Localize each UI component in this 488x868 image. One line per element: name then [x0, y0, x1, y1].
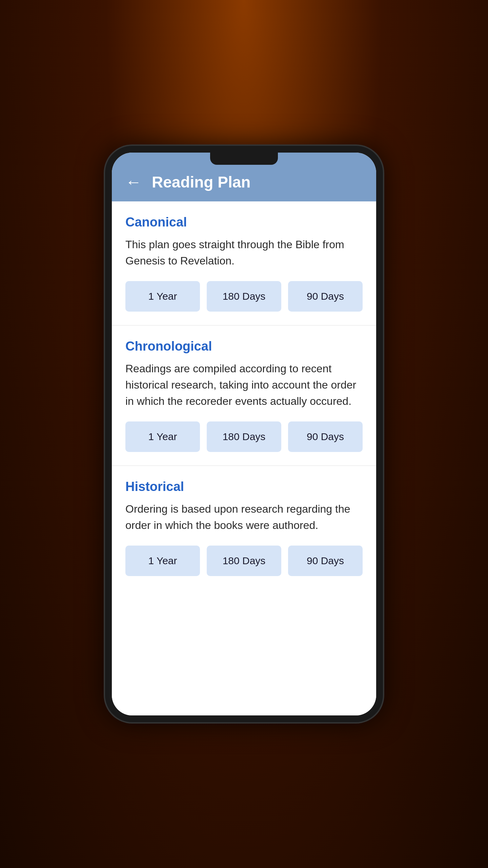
plan-btn-chronological-2[interactable]: 90 Days — [288, 421, 363, 452]
plan-btn-canonical-0[interactable]: 1 Year — [125, 281, 200, 312]
buttons-row-historical: 1 Year180 Days90 Days — [125, 546, 363, 576]
plan-section-canonical: CanonicalThis plan goes straight through… — [112, 201, 376, 326]
plan-section-historical: HistoricalOrdering is based upon researc… — [112, 466, 376, 590]
back-button[interactable]: ← — [125, 174, 142, 190]
section-description-canonical: This plan goes straight through the Bibl… — [125, 236, 363, 269]
plan-section-chronological: ChronologicalReadings are compiled accor… — [112, 326, 376, 466]
phone-screen: ← Reading Plan CanonicalThis plan goes s… — [112, 153, 376, 715]
content-area: CanonicalThis plan goes straight through… — [112, 201, 376, 715]
section-title-historical: Historical — [125, 479, 363, 494]
buttons-row-chronological: 1 Year180 Days90 Days — [125, 421, 363, 452]
plan-btn-canonical-1[interactable]: 180 Days — [207, 281, 281, 312]
page-title: Reading Plan — [152, 173, 250, 191]
section-title-canonical: Canonical — [125, 215, 363, 230]
plan-btn-canonical-2[interactable]: 90 Days — [288, 281, 363, 312]
plan-btn-historical-0[interactable]: 1 Year — [125, 546, 200, 576]
section-description-historical: Ordering is based upon research regardin… — [125, 501, 363, 533]
plan-btn-historical-1[interactable]: 180 Days — [207, 546, 281, 576]
plan-btn-chronological-0[interactable]: 1 Year — [125, 421, 200, 452]
plan-btn-historical-2[interactable]: 90 Days — [288, 546, 363, 576]
buttons-row-canonical: 1 Year180 Days90 Days — [125, 281, 363, 312]
app-container: ← Reading Plan CanonicalThis plan goes s… — [112, 153, 376, 715]
phone-notch — [210, 153, 278, 165]
section-title-chronological: Chronological — [125, 339, 363, 354]
plan-btn-chronological-1[interactable]: 180 Days — [207, 421, 281, 452]
phone-frame: ← Reading Plan CanonicalThis plan goes s… — [105, 146, 383, 722]
section-description-chronological: Readings are compiled according to recen… — [125, 360, 363, 409]
